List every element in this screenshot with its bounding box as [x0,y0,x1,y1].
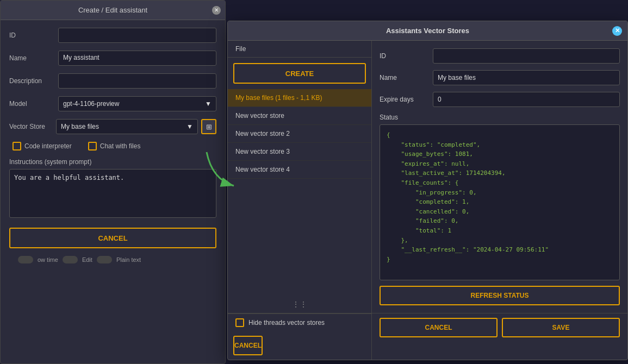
vector-store-icon-button[interactable]: ⊞ [201,119,216,134]
modal-titlebar: Assistants Vector Stores ✕ [228,21,627,41]
id-input[interactable] [58,28,216,43]
chevron-down-icon: ▼ [186,123,193,130]
right-expire-row: Expire days [380,92,620,107]
modal-footer: Hide threads vector stores CANCEL CANCEL… [228,313,627,360]
name-row: Name My assistant [9,51,216,66]
hide-threads-row: Hide threads vector stores [228,313,371,331]
code-interpreter-label: Code interpreter [24,142,72,150]
right-name-input[interactable] [433,70,620,85]
vector-store-row: Vector Store My base files ▼ ⊞ [9,119,216,134]
modal-footer-left: Hide threads vector stores CANCEL [228,313,372,360]
right-id-label: ID [380,52,428,60]
store-item-1[interactable]: New vector store [228,107,371,125]
right-id-row: ID [380,48,620,64]
model-value: gpt-4-1106-preview [63,100,119,108]
cancel-right-button[interactable]: CANCEL [380,318,498,337]
description-label: Description [9,77,53,85]
store-item-2[interactable]: New vector store 2 [228,125,371,143]
model-select[interactable]: gpt-4-1106-preview ▼ [58,96,216,111]
store-item-label-4: New vector store 4 [235,166,290,173]
plain-text-toggle[interactable] [97,256,112,263]
bg-window-title: Create / Edit assistant [78,6,147,14]
show-time-toggle[interactable] [18,256,33,263]
bg-titlebar: Create / Edit assistant ✕ [1,1,225,20]
edit-toggle[interactable] [63,256,78,263]
cancel-left-button[interactable]: CANCEL [233,336,263,355]
modal-title: Assistants Vector Stores [386,27,469,35]
database-icon: ⊞ [206,123,212,131]
right-bottom-btns: REFRESH STATUS [380,286,620,305]
right-expire-input[interactable] [433,92,620,107]
bg-close-button[interactable]: ✕ [212,6,221,15]
right-expire-label: Expire days [380,96,428,103]
code-interpreter-checkbox[interactable]: Code interpreter [13,142,72,150]
store-item-3[interactable]: New vector store 3 [228,143,371,161]
instructions-label: Instructions (system prompt) [9,158,216,166]
bottom-row: ow time Edit Plain text [9,254,216,266]
chat-with-files-label: Chat with files [100,142,141,150]
description-input[interactable] [58,73,216,89]
store-item-label-1: New vector store [235,112,284,120]
code-interpreter-box [13,142,21,150]
model-label: Model [9,100,53,108]
modal-body: File CREATE My base files (1 files - 1,1… [228,41,627,313]
instructions-section: Instructions (system prompt) You are a h… [9,158,216,228]
cancel-button-bg[interactable]: CANCEL [9,228,216,248]
drag-handle: ⋮⋮ [228,296,371,313]
hide-threads-checkbox[interactable] [235,318,244,327]
show-time-label: ow time [38,256,58,263]
instructions-textarea[interactable]: You are a helpful assistant. [9,169,216,218]
hide-threads-label: Hide threads vector stores [248,319,325,327]
store-list: My base files (1 files - 1,1 KB) New vec… [228,89,371,296]
name-label: Name [9,54,53,62]
vector-store-select[interactable]: My base files ▼ [56,119,198,134]
name-input[interactable]: My assistant [58,51,216,66]
chevron-down-icon: ▼ [205,100,212,108]
id-label: ID [9,32,53,39]
refresh-status-button[interactable]: REFRESH STATUS [380,286,620,305]
file-tab[interactable]: File [228,41,371,58]
chat-with-files-box [88,142,97,150]
model-row: Model gpt-4-1106-preview ▼ [9,96,216,111]
status-box: { "status": "completed", "usage_bytes": … [380,124,620,280]
right-name-label: Name [380,74,428,81]
description-row: Description [9,73,216,89]
right-panel: ID Name Expire days Status { "status": "… [372,41,627,313]
create-edit-window: Create / Edit assistant ✕ ID Name My ass… [0,0,226,364]
store-item-0[interactable]: My base files (1 files - 1,1 KB) [228,89,371,107]
id-row: ID [9,28,216,43]
vector-store-label: Vector Store [9,123,53,130]
status-label: Status [380,114,620,121]
store-item-4[interactable]: New vector store 4 [228,161,371,179]
checkboxes-row: Code interpreter Chat with files [9,142,216,150]
right-id-input[interactable] [433,48,620,64]
edit-label: Edit [82,256,92,263]
right-name-row: Name [380,70,620,85]
modal-footer-right: CANCEL SAVE [372,313,627,360]
vector-store-value: My base files [61,123,99,130]
modal-close-button[interactable]: ✕ [612,26,622,36]
vector-stores-modal: Assistants Vector Stores ✕ File CREATE M… [227,21,628,360]
left-panel: File CREATE My base files (1 files - 1,1… [228,41,372,313]
bg-form: ID Name My assistant Description Model g… [1,20,225,273]
create-button[interactable]: CREATE [233,63,366,84]
save-button[interactable]: SAVE [502,318,620,337]
store-item-label-3: New vector store 3 [235,148,290,155]
chat-with-files-checkbox[interactable]: Chat with files [88,142,141,150]
plain-text-label: Plain text [116,256,141,263]
store-item-label-2: New vector store 2 [235,130,290,137]
store-item-label-0: My base files (1 files - 1,1 KB) [235,94,322,102]
